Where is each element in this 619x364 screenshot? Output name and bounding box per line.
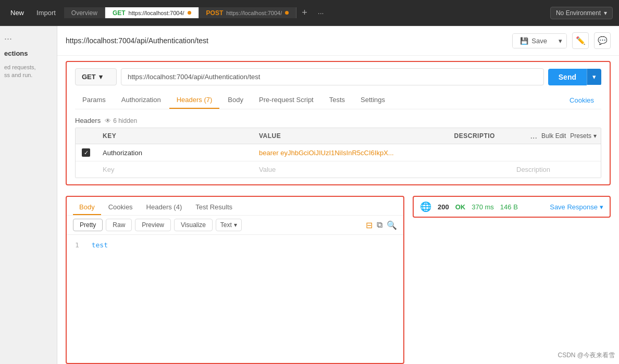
env-selector[interactable]: No Environment ▾ — [550, 7, 613, 19]
empty-desc[interactable]: Description — [510, 161, 588, 178]
format-raw-button[interactable]: Raw — [106, 219, 132, 231]
tab-pre-request[interactable]: Pre-request Script — [252, 92, 321, 109]
add-tab-button[interactable]: + — [296, 7, 313, 18]
res-tab-cookies[interactable]: Cookies — [102, 200, 139, 215]
import-button[interactable]: Import — [32, 7, 60, 19]
tab-get-dot — [188, 11, 191, 15]
send-button[interactable]: Send — [548, 69, 587, 85]
status-code: 200 — [438, 203, 449, 211]
chevron-down-icon: ▾ — [234, 221, 237, 229]
response-time: 370 ms — [472, 203, 494, 211]
format-pretty-button[interactable]: Pretty — [73, 219, 103, 231]
chevron-down-icon: ▾ — [600, 203, 603, 211]
empty-value[interactable]: Value — [253, 161, 510, 178]
row-checkbox[interactable]: ✓ — [76, 144, 96, 161]
comment-button[interactable]: 💬 — [594, 32, 611, 49]
chevron-down-icon: ▾ — [592, 73, 596, 81]
tab-post[interactable]: POST https://localhost:7004/ — [199, 7, 297, 18]
watermark: CSDN @今夜来看雪 — [558, 351, 615, 360]
send-button-group: Send ▾ — [548, 69, 601, 85]
chevron-down-icon: ▾ — [604, 9, 607, 17]
env-label: No Environment — [556, 9, 601, 17]
send-dropdown-button[interactable]: ▾ — [587, 69, 601, 85]
response-size: 146 B — [500, 203, 518, 211]
save-response-button[interactable]: Save Response ▾ — [550, 203, 603, 211]
sidebar: ... ections ed requests, ss and run. — [0, 26, 57, 364]
row-key: Authorization — [96, 145, 253, 161]
table-more-button[interactable]: ... — [530, 131, 537, 141]
res-tab-headers[interactable]: Headers (4) — [140, 200, 189, 215]
format-type-select[interactable]: Text ▾ — [216, 219, 242, 231]
status-row: 🌐 200 OK 370 ms 146 B Save Response ▾ — [420, 201, 603, 212]
tab-get-method: GET — [113, 9, 126, 17]
key-column-header: KEY — [96, 128, 253, 144]
tab-get[interactable]: GET https://localhost:7004/ — [105, 7, 199, 18]
tab-headers[interactable]: Headers (7) — [169, 92, 220, 109]
new-button[interactable]: New — [6, 7, 28, 19]
chevron-down-icon: ▾ — [99, 73, 103, 81]
save-button-group: 💾 Save ▾ — [512, 33, 567, 48]
headers-table: KEY VALUE DESCRIPTIO ... Bulk Edit Prese… — [75, 128, 601, 178]
chevron-down-icon: ▾ — [593, 132, 597, 140]
toolbar-right: ⊟ ⧉ 🔍 — [366, 220, 397, 230]
save-dropdown-button[interactable]: ▾ — [554, 34, 566, 48]
edit-button[interactable]: ✏️ — [572, 32, 589, 49]
url-input[interactable] — [121, 68, 544, 85]
headers-label-row: Headers 👁 6 hidden — [75, 114, 601, 128]
tab-overview-label: Overview — [71, 9, 97, 17]
tab-settings[interactable]: Settings — [353, 92, 392, 109]
top-bar: New Import Overview GET https://localhos… — [0, 0, 619, 26]
value-column-header: VALUE — [253, 128, 448, 144]
cookies-button[interactable]: Cookies — [562, 92, 601, 108]
globe-icon: 🌐 — [420, 201, 431, 212]
tab-post-url: https://localhost:7004/ — [226, 10, 282, 16]
method-dropdown[interactable]: GET ▾ — [75, 68, 117, 85]
sidebar-dots[interactable]: ... — [4, 31, 53, 42]
save-main-button[interactable]: 💾 Save — [513, 34, 554, 48]
tab-body[interactable]: Body — [220, 92, 251, 109]
bulk-edit-button[interactable]: Bulk Edit — [541, 132, 566, 140]
request-section: GET ▾ Send ▾ Params Authorization — [66, 61, 611, 185]
search-button[interactable]: 🔍 — [387, 220, 397, 230]
table-header-row: KEY VALUE DESCRIPTIO ... Bulk Edit Prese… — [76, 128, 601, 144]
url-bar-area: https://localhost:7004/api/Authenticatio… — [57, 26, 619, 56]
filter-icon[interactable]: ⊟ — [366, 220, 373, 230]
presets-button[interactable]: Presets ▾ — [570, 132, 597, 140]
save-icon: 💾 — [520, 37, 528, 45]
tab-authorization[interactable]: Authorization — [114, 92, 168, 109]
row-description — [510, 148, 588, 157]
empty-checkbox[interactable] — [76, 166, 96, 174]
main-layout: ... ections ed requests, ss and run. htt… — [0, 26, 619, 364]
line-number: 1 — [75, 241, 79, 249]
res-tab-test-results[interactable]: Test Results — [189, 200, 239, 215]
empty-key[interactable]: Key — [96, 161, 253, 178]
format-preview-button[interactable]: Preview — [135, 219, 171, 231]
desc-column-header: DESCRIPTIO — [448, 128, 526, 144]
copy-button[interactable]: ⧉ — [377, 220, 382, 230]
headers-label: Headers — [75, 117, 101, 124]
response-tabs: Body Cookies Headers (4) Test Results — [67, 197, 403, 216]
status-text: OK — [455, 203, 466, 211]
method-url-row: GET ▾ Send ▾ — [75, 68, 601, 85]
sidebar-heading: ections — [4, 49, 53, 57]
response-body: 1 test — [67, 235, 403, 363]
actions-column-header: ... Bulk Edit Presets ▾ — [526, 128, 601, 144]
header-checkbox-col — [76, 128, 96, 144]
save-label: Save — [531, 37, 547, 45]
tab-overview[interactable]: Overview — [64, 7, 105, 18]
checkbox-checked-icon: ✓ — [82, 148, 90, 157]
sidebar-desc: ed requests, ss and run. — [4, 64, 53, 80]
response-toolbar: Pretty Raw Preview Visualize Text ▾ ⊟ ⧉ … — [67, 216, 403, 235]
eye-icon: 👁 — [105, 117, 111, 124]
format-visualize-button[interactable]: Visualize — [174, 219, 213, 231]
tab-params[interactable]: Params — [75, 92, 113, 109]
content-area: https://localhost:7004/api/Authenticatio… — [57, 26, 619, 364]
tab-more-button[interactable]: ··· — [313, 7, 329, 18]
row-actions — [588, 148, 601, 157]
request-nav-tabs: Params Authorization Headers (7) Body Pr… — [75, 92, 601, 109]
tab-tests[interactable]: Tests — [322, 92, 352, 109]
hidden-badge: 👁 6 hidden — [105, 117, 137, 124]
res-tab-body[interactable]: Body — [73, 200, 101, 215]
format-type-label: Text — [220, 221, 232, 229]
tab-post-dot — [285, 11, 289, 15]
